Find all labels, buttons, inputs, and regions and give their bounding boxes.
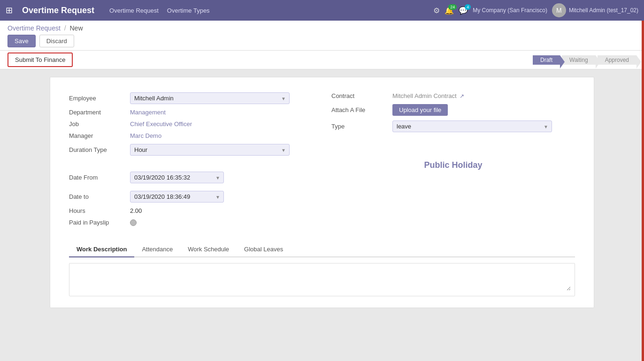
top-menu: Overtime Request Overtime Types	[109, 7, 210, 14]
contract-value: Mitchell Admin Contract	[392, 92, 457, 99]
job-row: Job Chief Executive Officer	[69, 120, 313, 128]
duration-type-label: Duration Type	[69, 146, 130, 153]
department-label: Department	[69, 109, 130, 116]
duration-type-select-wrap: Hour Day	[130, 144, 290, 156]
tab-content	[69, 263, 575, 296]
company-selector[interactable]: My Company (San Francisco)	[473, 7, 547, 14]
paid-in-payslip-label: Paid in Payslip	[69, 219, 130, 226]
date-to-wrap: 03/19/2020 18:36:49	[130, 191, 224, 203]
top-navigation: ⊞ Overtime Request Overtime Request Over…	[0, 0, 644, 21]
type-select-wrap: leave overtime	[392, 120, 552, 132]
manager-row: Manager Marc Demo	[69, 132, 313, 139]
discard-button[interactable]: Discard	[39, 35, 74, 47]
external-link-icon[interactable]: ↗	[460, 93, 464, 99]
tab-work-description[interactable]: Work Description	[69, 242, 134, 257]
chat-badge: 4	[465, 4, 471, 10]
status-bar: Draft Waiting Approved	[533, 55, 636, 65]
breadcrumb-parent[interactable]: Overtime Request	[8, 24, 61, 32]
type-label: Type	[331, 123, 392, 130]
type-select[interactable]: leave overtime	[392, 120, 552, 132]
date-to-label: Date to	[69, 193, 130, 200]
date-from-row: Date From 03/19/2020 16:35:32	[69, 172, 313, 183]
tabs-bar: Work Description Attendance Work Schedul…	[69, 242, 575, 257]
user-name: Mitchell Admin (test_17_02)	[569, 7, 638, 14]
manager-label: Manager	[69, 132, 130, 139]
user-menu[interactable]: M Mitchell Admin (test_17_02)	[552, 3, 638, 17]
hours-label: Hours	[69, 207, 130, 214]
employee-select[interactable]: Mitchell Admin	[130, 92, 290, 104]
type-row: Type leave overtime	[331, 120, 575, 132]
bell-badge: 24	[448, 4, 457, 10]
settings-icon-btn[interactable]: ⚙	[433, 6, 440, 15]
save-button[interactable]: Save	[8, 35, 36, 47]
public-holiday-text: Public Holiday	[331, 151, 575, 180]
topnav-icons: ⚙ 🔔24 💬4 My Company (San Francisco) M Mi…	[433, 3, 638, 17]
date-from-select[interactable]: 03/19/2020 16:35:32	[130, 172, 224, 183]
duration-type-row: Duration Type Hour Day	[69, 144, 313, 156]
upload-file-button[interactable]: Upload your file	[392, 104, 448, 116]
form-left-column: Employee Mitchell Admin Department Manag…	[69, 92, 313, 231]
status-waiting: Waiting	[562, 55, 596, 65]
contract-row: Contract Mitchell Admin Contract ↗	[331, 92, 575, 99]
status-approved: Approved	[598, 55, 636, 65]
form-right-column: Contract Mitchell Admin Contract ↗ Attac…	[331, 92, 575, 231]
attach-file-label: Attach A File	[331, 106, 392, 113]
employee-select-wrap: Mitchell Admin	[130, 92, 290, 104]
department-value: Management	[130, 109, 166, 116]
job-label: Job	[69, 120, 130, 128]
date-from-wrap: 03/19/2020 16:35:32	[130, 172, 224, 183]
department-row: Department Management	[69, 109, 313, 116]
avatar: M	[552, 3, 566, 17]
chat-icon-btn[interactable]: 💬4	[459, 6, 468, 15]
hours-row: Hours 2.00	[69, 207, 313, 214]
form-main-section: Employee Mitchell Admin Department Manag…	[69, 92, 575, 231]
form-card: Employee Mitchell Admin Department Manag…	[50, 77, 594, 308]
duration-type-select[interactable]: Hour Day	[130, 144, 290, 156]
employee-label: Employee	[69, 95, 130, 102]
hours-value: 2.00	[130, 207, 142, 214]
date-to-row: Date to 03/19/2020 18:36:49	[69, 191, 313, 203]
grid-icon[interactable]: ⊞	[6, 5, 13, 15]
attach-file-row: Attach A File Upload your file	[331, 104, 575, 116]
page-background: Employee Mitchell Admin Department Manag…	[0, 69, 644, 361]
job-value: Chief Executive Officer	[130, 120, 192, 128]
action-bar: Save Discard	[8, 35, 636, 50]
contract-label: Contract	[331, 92, 392, 99]
breadcrumb: Overtime Request / New	[8, 24, 636, 32]
breadcrumb-sep: /	[64, 24, 66, 32]
status-draft: Draft	[533, 55, 560, 65]
menu-overtime-request[interactable]: Overtime Request	[109, 7, 159, 14]
paid-in-payslip-toggle[interactable]	[130, 219, 137, 226]
paid-in-payslip-row: Paid in Payslip	[69, 219, 313, 226]
tab-work-schedule[interactable]: Work Schedule	[180, 242, 237, 257]
manager-value: Marc Demo	[130, 132, 161, 139]
menu-overtime-types[interactable]: Overtime Types	[167, 7, 210, 14]
tab-attendance[interactable]: Attendance	[134, 242, 180, 257]
app-title: Overtime Request	[22, 6, 94, 15]
date-to-select[interactable]: 03/19/2020 18:36:49	[130, 191, 224, 203]
submit-finance-button[interactable]: Submit To Finance	[8, 53, 73, 67]
employee-row: Employee Mitchell Admin	[69, 92, 313, 104]
right-accent-bar	[642, 21, 644, 361]
tab-global-leaves[interactable]: Global Leaves	[237, 242, 291, 257]
work-description-textarea[interactable]	[73, 267, 571, 291]
bell-icon-btn[interactable]: 🔔24	[445, 6, 454, 15]
subheader: Overtime Request / New Save Discard	[0, 21, 644, 51]
breadcrumb-current: New	[70, 24, 83, 32]
date-from-label: Date From	[69, 174, 130, 181]
